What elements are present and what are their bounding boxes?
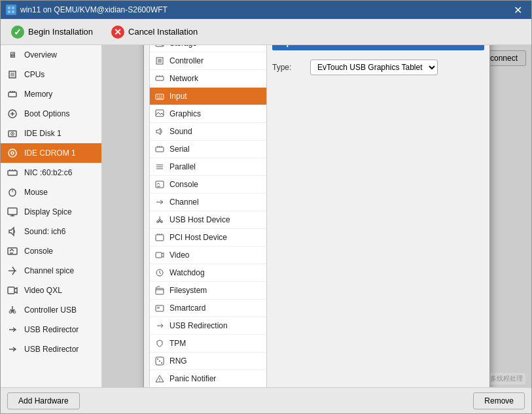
usb-redirect1-icon — [6, 323, 19, 336]
sidebar-label-usb-redirect2: USB Redirector — [24, 345, 79, 354]
dialog-type-row: Type: EvTouch USB Graphics Tablet USB Ta… — [272, 57, 484, 78]
sidebar-item-usb-redirect2[interactable]: USB Redirector — [1, 339, 101, 359]
add-hardware-button[interactable]: Add Hardware — [7, 392, 80, 409]
dialog-list-item-rng[interactable]: RNG — [150, 353, 266, 370]
main-window: win11 on QEMU/KVM@xidian-S2600WFT ✕ ✓ Be… — [0, 0, 532, 414]
ide-cdrom1-icon — [6, 147, 19, 160]
svg-rect-8 — [12, 91, 13, 93]
dialog-list-item-graphics[interactable]: Graphics — [150, 105, 266, 123]
svg-point-13 — [12, 133, 13, 135]
panic-notifier-label: Panic Notifier — [169, 374, 216, 383]
dialog-type-select[interactable]: EvTouch USB Graphics Tablet USB Tablet U… — [310, 60, 438, 75]
sound-list-icon — [154, 126, 166, 137]
window-close-button[interactable]: ✕ — [510, 3, 526, 18]
dialog-list-item-filesystem[interactable]: Filesystem — [150, 282, 266, 300]
pci-host-icon — [154, 232, 166, 243]
dialog-section-title: Input — [272, 45, 484, 50]
channel-spice-icon — [6, 264, 19, 277]
sidebar-label-channel-spice: Channel spice — [24, 266, 74, 275]
dialog-list-item-usb-host[interactable]: USB Host Device — [150, 211, 266, 229]
dialog-list-item-watchdog[interactable]: Watchdog — [150, 264, 266, 282]
begin-installation-button[interactable]: ✓ Begin Installation — [6, 23, 98, 41]
smartcard-icon — [154, 302, 166, 314]
sidebar-item-ide-cdrom1[interactable]: IDE CDROM 1 — [1, 143, 101, 163]
svg-rect-32 — [158, 59, 162, 63]
dialog-list-item-controller[interactable]: Controller — [150, 52, 266, 70]
video-list-icon — [154, 249, 166, 261]
sidebar-item-video-qxl[interactable]: Video QXL — [1, 281, 101, 300]
app-icon — [6, 5, 16, 15]
dialog-list-item-parallel[interactable]: Parallel — [150, 158, 266, 176]
sidebar-label-memory: Memory — [24, 90, 52, 99]
sidebar-item-usb-redirect1[interactable]: USB Redirector — [1, 320, 101, 339]
usb-redirection-icon — [154, 320, 166, 332]
svg-point-15 — [11, 152, 14, 154]
svg-point-14 — [9, 149, 16, 157]
sidebar-item-display-spice[interactable]: Display Spice — [1, 202, 101, 222]
smartcard-label: Smartcard — [169, 303, 205, 313]
dialog-list-item-sound[interactable]: Sound — [150, 123, 266, 141]
svg-rect-45 — [157, 307, 160, 309]
sidebar-item-console[interactable]: Console — [1, 241, 101, 261]
main-panel: Disconnect Add New Virtual Hardware@xidi… — [102, 45, 531, 387]
nic-icon — [6, 166, 19, 179]
sidebar-item-cpus[interactable]: CPUs — [1, 65, 101, 84]
cancel-install-icon: ✕ — [111, 26, 124, 39]
dialog-list-item-video[interactable]: Video — [150, 247, 266, 264]
channel-icon — [154, 196, 166, 208]
sidebar-item-controller-usb[interactable]: Controller USB — [1, 300, 101, 320]
dialog-list-item-panic-notifier[interactable]: Panic Notifier — [150, 370, 266, 387]
display-spice-icon — [6, 205, 19, 218]
filesystem-label: Filesystem — [169, 286, 207, 295]
sidebar-item-memory[interactable]: Memory — [1, 84, 101, 104]
sidebar-item-nic[interactable]: NIC :60:b2:c6 — [1, 163, 101, 182]
sidebar-label-mouse: Mouse — [24, 188, 48, 197]
pci-host-label: PCI Host Device — [169, 233, 227, 242]
dialog-list-item-pci-host[interactable]: PCI Host Device — [150, 229, 266, 247]
graphics-list-icon — [154, 108, 166, 120]
dialog-list-item-serial[interactable]: Serial — [150, 141, 266, 158]
sidebar-label-console: Console — [24, 247, 53, 256]
sidebar-label-overview: Overview — [24, 50, 57, 60]
dialog-list-item-network[interactable]: Network — [150, 70, 266, 88]
sidebar-label-nic: NIC :60:b2:c6 — [24, 168, 72, 177]
sidebar-item-overview[interactable]: 🖥 Overview — [1, 45, 101, 65]
dialog-list-item-tpm[interactable]: TPM — [150, 335, 266, 353]
svg-rect-0 — [8, 7, 10, 9]
sound-ich6-icon — [6, 225, 19, 238]
tpm-label: TPM — [169, 339, 186, 348]
remove-button[interactable]: Remove — [473, 392, 525, 409]
sidebar-item-ide-disk1[interactable]: IDE Disk 1 — [1, 124, 101, 143]
dialog-list-item-usb-redirection[interactable]: USB Redirection — [150, 317, 266, 335]
dialog-list-item-channel[interactable]: Channel — [150, 194, 266, 211]
sidebar-label-cpus: CPUs — [24, 70, 44, 79]
dialog-list-item-smartcard[interactable]: Smartcard — [150, 300, 266, 317]
input-icon — [154, 90, 166, 102]
dialog-list-item-input[interactable]: Input — [150, 88, 266, 105]
cancel-installation-button[interactable]: ✕ Cancel Installation — [106, 23, 203, 41]
svg-rect-34 — [156, 94, 164, 99]
controller-label: Controller — [169, 56, 204, 65]
sidebar-item-sound-ich6[interactable]: Sound: ich6 — [1, 222, 101, 241]
svg-rect-43 — [156, 288, 164, 294]
sidebar-label-ide-disk1: IDE Disk 1 — [24, 129, 62, 138]
sidebar: 🖥 Overview CPUs Memory Boot Options — [1, 45, 102, 387]
graphics-label: Graphics — [169, 109, 201, 118]
memory-icon — [6, 88, 19, 101]
content-area: 🖥 Overview CPUs Memory Boot Options — [1, 45, 531, 387]
svg-rect-18 — [8, 208, 17, 215]
watchdog-icon — [154, 267, 166, 279]
usb-host-icon — [154, 214, 166, 226]
storage-label: Storage — [169, 45, 197, 48]
dialog-list-item-storage[interactable]: Storage — [150, 45, 266, 52]
sidebar-item-mouse[interactable]: Mouse — [1, 182, 101, 202]
usb-host-label: USB Host Device — [169, 215, 230, 224]
serial-icon — [154, 143, 166, 155]
svg-rect-20 — [8, 287, 14, 294]
panic-notifier-icon — [154, 373, 166, 385]
dialog-list-item-console[interactable]: Console — [150, 176, 266, 194]
modal-backdrop: Add New Virtual Hardware@xidian-S2600WFT… — [102, 45, 531, 387]
sidebar-item-channel-spice[interactable]: Channel spice — [1, 261, 101, 281]
svg-rect-7 — [10, 91, 11, 93]
sidebar-item-boot-options[interactable]: Boot Options — [1, 104, 101, 124]
